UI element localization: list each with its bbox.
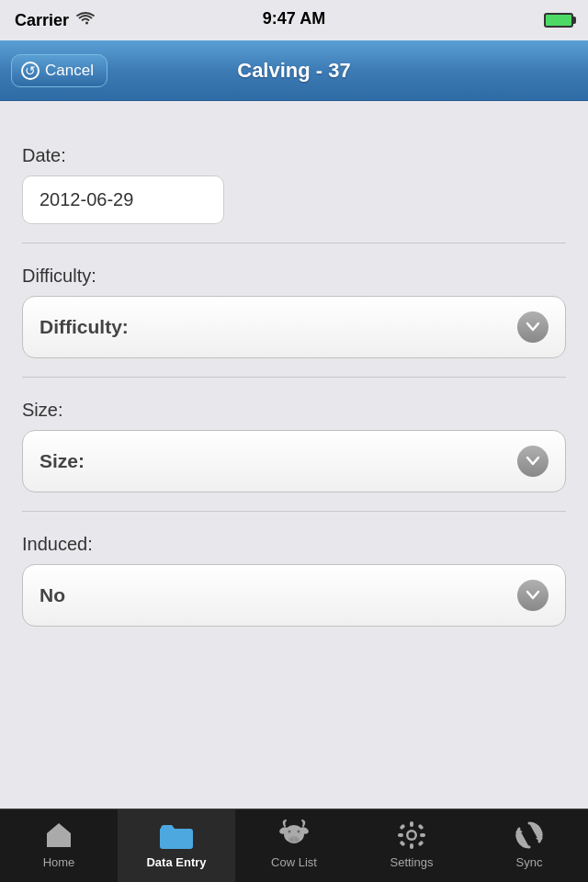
- divider-2: [22, 377, 566, 378]
- induced-dropdown-label: No: [40, 584, 65, 606]
- sync-icon: [513, 819, 546, 852]
- size-chevron-icon: [517, 446, 548, 477]
- tab-settings[interactable]: Settings: [353, 809, 470, 882]
- svg-rect-15: [399, 823, 405, 830]
- induced-label: Induced:: [22, 534, 566, 555]
- size-dropdown[interactable]: Size:: [22, 430, 566, 492]
- back-arrow-icon: ↺: [21, 62, 40, 80]
- svg-marker-19: [536, 838, 543, 842]
- induced-section: Induced: No: [22, 534, 566, 627]
- size-section: Size: Size:: [22, 400, 566, 492]
- status-carrier: Carrier: [15, 11, 95, 30]
- svg-marker-20: [515, 829, 523, 832]
- difficulty-label: Difficulty:: [22, 266, 566, 287]
- cow-list-icon: [277, 819, 311, 852]
- svg-point-4: [288, 836, 300, 843]
- induced-dropdown[interactable]: No: [22, 564, 566, 627]
- induced-chevron-icon: [517, 580, 548, 611]
- svg-point-10: [409, 832, 415, 839]
- svg-point-7: [288, 831, 291, 833]
- difficulty-dropdown[interactable]: Difficulty:: [22, 296, 566, 358]
- difficulty-dropdown-label: Difficulty:: [40, 316, 129, 338]
- tab-data-entry-label: Data Entry: [146, 855, 206, 869]
- svg-rect-17: [399, 840, 405, 846]
- tab-cow-list-label: Cow List: [271, 855, 317, 869]
- tab-settings-label: Settings: [390, 855, 434, 869]
- status-time: 9:47 AM: [263, 9, 325, 28]
- form-content: Date: Difficulty: Difficulty: Size: Size…: [0, 101, 588, 808]
- date-section: Date:: [22, 145, 566, 224]
- difficulty-chevron-icon: [517, 311, 548, 343]
- svg-rect-14: [420, 833, 425, 837]
- size-label: Size:: [22, 400, 566, 421]
- divider-1: [22, 243, 566, 243]
- home-icon: [42, 819, 75, 852]
- settings-icon: [395, 819, 428, 852]
- tab-home-label: Home: [43, 855, 75, 869]
- data-entry-icon: [160, 819, 193, 852]
- tab-bar: Home Data Entry: [0, 808, 588, 882]
- date-label: Date:: [22, 145, 566, 166]
- svg-rect-11: [410, 821, 413, 827]
- tab-sync[interactable]: Sync: [470, 809, 588, 882]
- status-bar: Carrier 9:47 AM: [0, 0, 588, 40]
- tab-sync-label: Sync: [516, 855, 543, 869]
- nav-title: Calving - 37: [237, 59, 350, 83]
- svg-rect-13: [398, 833, 403, 837]
- tab-home[interactable]: Home: [0, 809, 118, 882]
- tab-data-entry[interactable]: Data Entry: [118, 809, 235, 882]
- wifi-icon: [76, 11, 95, 30]
- divider-3: [22, 511, 566, 512]
- nav-bar: ↺ Cancel Calving - 37: [0, 40, 588, 101]
- status-battery: [544, 13, 573, 28]
- svg-point-6: [295, 839, 297, 841]
- battery-icon: [544, 13, 573, 28]
- svg-rect-16: [417, 823, 424, 830]
- cancel-label: Cancel: [45, 62, 94, 80]
- date-input[interactable]: [22, 175, 224, 224]
- carrier-label: Carrier: [15, 11, 69, 30]
- cancel-button[interactable]: ↺ Cancel: [11, 54, 107, 87]
- svg-rect-0: [54, 838, 63, 847]
- svg-point-5: [290, 839, 292, 841]
- svg-point-8: [298, 831, 300, 833]
- difficulty-section: Difficulty: Difficulty:: [22, 266, 566, 358]
- size-dropdown-label: Size:: [40, 450, 85, 472]
- tab-cow-list[interactable]: Cow List: [235, 809, 353, 882]
- svg-rect-12: [410, 843, 413, 849]
- svg-rect-18: [417, 840, 424, 846]
